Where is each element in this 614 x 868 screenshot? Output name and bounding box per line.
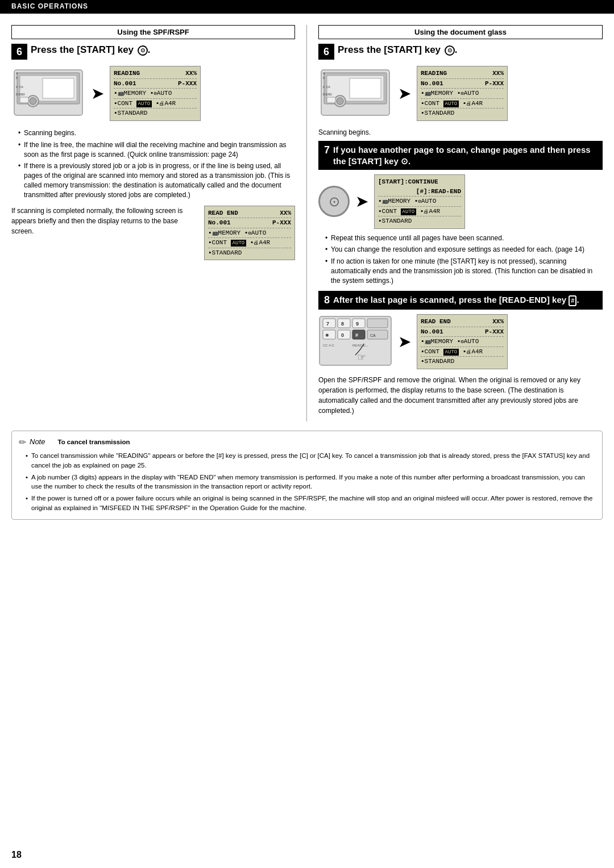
svg-rect-18	[327, 97, 335, 103]
page-number: 18	[11, 850, 22, 860]
svg-text:0: 0	[341, 332, 344, 338]
lcd-left-step6: READING XX% No.001 P-XXX ▪📠MEMORY ▪⚙AUTO…	[110, 66, 201, 121]
svg-text:CA: CA	[370, 333, 376, 337]
arrow-right-step8: ➤	[398, 332, 411, 351]
start-key-icon-left: ⊙	[138, 45, 148, 56]
lcd-left-step6-end: READ END XX% No.001 P-XXX ▪📠MEMORY ▪⚙AUT…	[204, 206, 295, 261]
start-key-icon-step7: ⊙	[401, 156, 408, 166]
machine-svg-right: 6 9 # CA D-END	[318, 64, 392, 121]
s7lcd-line1: [START]:CONTINUE	[378, 177, 461, 187]
note-icon: ✏	[19, 436, 26, 449]
note-box: ✏ Note To cancel transmission To cancel …	[11, 431, 603, 520]
svg-rect-31	[367, 319, 388, 328]
right-step8-text: After the last page is scanned, press th…	[333, 294, 579, 306]
note-header: ✏ Note To cancel transmission	[19, 436, 595, 449]
left-step6-diagram: 6 9 # CA D-END ➤ READING XX% No.001	[11, 64, 295, 123]
svg-text:CC #-C: CC #-C	[323, 344, 335, 347]
right-step7-text: If you have another page to scan, change…	[333, 144, 597, 166]
s8lcd-line2: No.001 P-XXX	[421, 327, 504, 337]
s7lcd-line2: [#]:READ-END	[378, 187, 461, 197]
lcd-step7: [START]:CONTINUE [#]:READ-END ▪📠MEMORY ▪…	[374, 174, 465, 229]
right-step6-heading: 6 Press the [START] key ⊙.	[318, 44, 603, 60]
scanning-begins-text: Scanning begins.	[318, 128, 603, 136]
scan-complete-text: If scanning is completed normally, the f…	[11, 206, 198, 236]
scan-complete-section: If scanning is completed normally, the f…	[11, 206, 295, 261]
svg-rect-6	[20, 97, 28, 103]
start-key-icon-right: ⊙	[445, 45, 455, 56]
left-bullets: Scanning begins. If the line is free, th…	[11, 128, 295, 200]
lcd-line1: READING XX%	[114, 69, 197, 78]
svg-text:CA: CA	[19, 85, 24, 89]
bullet-item: You can change the resolution and exposu…	[325, 245, 603, 254]
arrow-right-right6: ➤	[398, 84, 411, 103]
svg-point-17	[337, 98, 343, 105]
bullet-item: If the line is free, the machine will di…	[18, 140, 295, 160]
right-step6-number: 6	[318, 44, 334, 60]
s8lcd-line5: ▪STANDARD	[421, 356, 504, 366]
lcd-line2: No.001 P-XXX	[114, 78, 197, 89]
step8-diagram: 7 8 9 ✱ 0 # CA	[318, 314, 603, 369]
lcd-right-step6: READING XX% No.001 P-XXX ▪📠MEMORY ▪⚙AUTO…	[417, 66, 508, 121]
left-column: Using the SPF/RSPF 6 Press the [START] k…	[11, 25, 307, 422]
svg-text:9: 9	[323, 76, 325, 80]
svg-text:✱: ✱	[325, 333, 329, 338]
svg-text:D-END: D-END	[16, 93, 25, 96]
step7-diagram: ⊙ ➤ [START]:CONTINUE [#]:READ-END ▪📠MEMO…	[318, 174, 603, 229]
keypad-svg: 7 8 9 ✱ 0 # CA	[318, 315, 392, 366]
lcd-line3: ▪📠MEMORY ▪⚙AUTO	[114, 88, 197, 98]
open-spf-text: Open the SPF/RSPF and remove the origina…	[318, 375, 603, 416]
note-bullets-list: To cancel transmission while "READING" a…	[19, 451, 595, 512]
lcd2-line1: READ END XX%	[208, 208, 291, 218]
s8lcd-line1: READ END XX%	[421, 317, 504, 327]
rlcd-line3: ▪📠MEMORY ▪⚙AUTO	[421, 88, 504, 98]
page: BASIC OPERATIONS Using the SPF/RSPF 6 Pr…	[0, 0, 614, 868]
left-section-title: Using the SPF/RSPF	[11, 25, 295, 39]
header-title: BASIC OPERATIONS	[11, 2, 88, 10]
svg-text:8: 8	[341, 321, 344, 327]
keypad-illustration: 7 8 9 ✱ 0 # CA	[318, 315, 392, 368]
svg-text:READ-E...: READ-E...	[352, 344, 368, 347]
note-bullet-item: A job number (3 digits) appears in the d…	[26, 473, 595, 491]
svg-text:#: #	[16, 85, 18, 89]
arrow-right-step7: ➤	[355, 192, 368, 211]
right-column: Using the document glass 6 Press the [ST…	[307, 25, 603, 422]
main-content: Using the SPF/RSPF 6 Press the [START] k…	[0, 19, 614, 422]
lcd-step8: READ END XX% No.001 P-XXX ▪📠MEMORY ▪⚙AUT…	[417, 314, 508, 369]
note-bullet-item: To cancel transmission while "READING" a…	[26, 451, 595, 470]
lcd2-line4: ▪CONT AUTO ▪🖨A4R	[208, 237, 291, 248]
svg-rect-3	[43, 78, 74, 98]
s7lcd-line4: ▪CONT AUTO ▪🖨A4R	[378, 206, 461, 216]
lcd2-line2: No.001 P-XXX	[208, 218, 291, 228]
rlcd-line5: ▪STANDARD	[421, 108, 504, 118]
svg-text:#: #	[355, 332, 358, 338]
svg-text:D-END: D-END	[323, 93, 332, 96]
page-header: BASIC OPERATIONS	[0, 0, 614, 12]
svg-point-5	[30, 98, 36, 105]
s8lcd-line4: ▪CONT AUTO ▪🖨A4R	[421, 347, 504, 357]
s8lcd-line3: ▪📠MEMORY ▪⚙AUTO	[421, 336, 504, 347]
note-title: To cancel transmission	[57, 439, 130, 445]
right-section-title: Using the document glass	[318, 25, 603, 39]
right-step8-number: 8	[324, 294, 330, 306]
machine-svg-left: 6 9 # CA D-END	[11, 64, 85, 121]
right-step7-heading: 7 If you have another page to scan, chan…	[318, 141, 603, 170]
right-step7-number: 7	[324, 144, 330, 156]
read-end-key-icon: #	[569, 295, 576, 306]
rlcd-line1: READING XX%	[421, 69, 504, 78]
left-step6-text: Press the [START] key ⊙.	[31, 44, 151, 56]
svg-text:7: 7	[326, 321, 329, 327]
svg-rect-15	[350, 78, 381, 98]
svg-text:CA: CA	[326, 85, 331, 89]
note-cancel-title: To cancel transmission	[57, 437, 130, 447]
arrow-right-left6: ➤	[91, 84, 104, 103]
lcd2-line3: ▪📠MEMORY ▪⚙AUTO	[208, 228, 291, 238]
machine-illustration-left: 6 9 # CA D-END	[11, 64, 85, 123]
svg-text:☞: ☞	[357, 352, 366, 363]
step7-bullets: Repeat this sequence until all pages hav…	[318, 233, 603, 286]
left-step6-heading: 6 Press the [START] key ⊙.	[11, 44, 295, 60]
svg-text:9: 9	[356, 321, 359, 327]
right-step8-heading: 8 After the last page is scanned, press …	[318, 291, 603, 310]
svg-text:#: #	[323, 85, 325, 89]
lcd2-line5: ▪STANDARD	[208, 248, 291, 258]
left-step6-number: 6	[11, 44, 27, 60]
